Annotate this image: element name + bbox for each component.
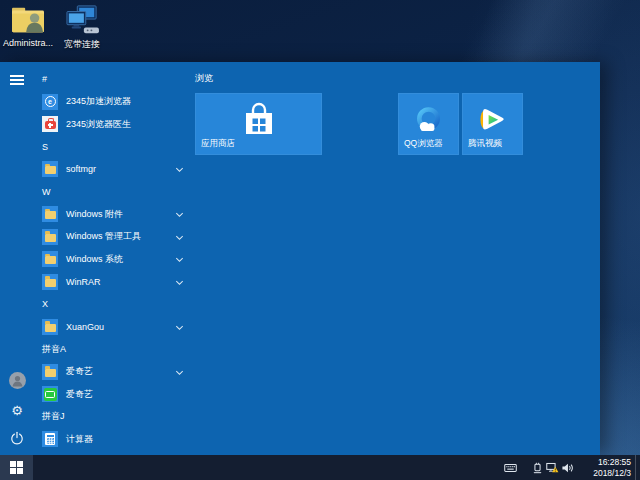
tile-group-label[interactable]: 浏览 <box>195 72 523 84</box>
tile-qq-browser[interactable]: QQ浏览器 <box>398 93 459 155</box>
desktop-icon-label: Administra... <box>3 38 53 48</box>
start-folder-item[interactable]: Windows 附件 <box>36 203 188 226</box>
desktop-icon-area: Administra... 宽带连接 <box>2 4 108 51</box>
start-button[interactable] <box>0 455 33 480</box>
clock-time: 16:28:55 <box>581 457 631 468</box>
chevron-down-icon[interactable] <box>175 233 183 241</box>
settings-gear-icon[interactable]: ⚙ <box>7 400 27 420</box>
show-desktop-button[interactable] <box>635 455 640 480</box>
start-menu: ⚙ # 2345加速浏览器 2345浏览器医生 S <box>0 62 600 455</box>
folder-icon <box>42 251 58 267</box>
user-folder-icon <box>9 4 47 36</box>
store-icon <box>239 102 279 138</box>
folder-icon <box>42 319 58 335</box>
broadband-connection-icon <box>63 4 101 36</box>
start-folder-item[interactable]: Windows 管理工具 <box>36 226 188 249</box>
2345-doctor-icon <box>42 116 58 132</box>
folder-icon <box>42 364 58 380</box>
tile-store[interactable]: 应用商店 <box>195 93 322 155</box>
folder-icon <box>42 161 58 177</box>
iqiyi-icon <box>42 386 58 402</box>
2345-browser-icon <box>42 94 58 110</box>
volume-icon[interactable] <box>560 455 575 480</box>
clock-date: 2018/12/3 <box>581 468 631 479</box>
usb-device-icon[interactable] <box>530 455 545 480</box>
chevron-down-icon[interactable] <box>175 323 183 331</box>
desktop-icon-administrator[interactable]: Administra... <box>2 4 54 51</box>
chevron-down-icon[interactable] <box>175 368 183 376</box>
start-folder-item[interactable]: XuanGou <box>36 316 188 339</box>
system-tray: 16:28:55 2018/12/3 <box>503 455 640 480</box>
start-list-header[interactable]: 拼音J <box>36 406 188 429</box>
touch-keyboard-icon[interactable] <box>503 455 518 480</box>
tencent-video-icon <box>477 105 508 136</box>
start-list-header[interactable]: W <box>36 181 188 204</box>
tile-label: 腾讯视频 <box>468 138 502 150</box>
folder-icon <box>42 274 58 290</box>
start-folder-item[interactable]: WinRAR <box>36 271 188 294</box>
tile-tencent-video[interactable]: 腾讯视频 <box>462 93 523 155</box>
desktop-icon-label: 宽带连接 <box>64 38 100 51</box>
tile-label: 应用商店 <box>201 138 235 150</box>
chevron-down-icon[interactable] <box>175 278 183 286</box>
tile-area: 浏览 应用商店 <box>195 72 523 155</box>
tile-label: QQ浏览器 <box>404 138 443 150</box>
chevron-down-icon[interactable] <box>175 165 183 173</box>
start-app-item[interactable]: 2345浏览器医生 <box>36 113 188 136</box>
calculator-icon <box>42 431 58 447</box>
taskbar-clock[interactable]: 16:28:55 2018/12/3 <box>575 457 635 478</box>
desktop-icon-broadband[interactable]: 宽带连接 <box>56 4 108 51</box>
start-list-header[interactable]: # <box>36 68 188 91</box>
start-app-item[interactable]: 爱奇艺 <box>36 383 188 406</box>
qq-browser-icon <box>412 104 445 137</box>
user-avatar-icon[interactable] <box>7 370 27 390</box>
hamburger-menu-icon[interactable] <box>10 75 24 85</box>
start-folder-item[interactable]: softmgr <box>36 158 188 181</box>
power-icon[interactable] <box>7 428 27 448</box>
start-menu-rail: ⚙ <box>0 62 34 455</box>
folder-icon <box>42 206 58 222</box>
start-folder-item[interactable]: 爱奇艺 <box>36 361 188 384</box>
start-list-header[interactable]: S <box>36 136 188 159</box>
start-list-header[interactable]: 拼音A <box>36 338 188 361</box>
start-app-list: # 2345加速浏览器 2345浏览器医生 S softmgr W Window… <box>36 68 188 451</box>
folder-icon <box>42 229 58 245</box>
chevron-down-icon[interactable] <box>175 255 183 263</box>
network-warning-icon[interactable] <box>545 455 560 480</box>
start-app-item[interactable]: 2345加速浏览器 <box>36 91 188 114</box>
taskbar: 16:28:55 2018/12/3 <box>0 455 640 480</box>
start-list-header[interactable]: X <box>36 293 188 316</box>
windows-logo-icon <box>10 461 23 474</box>
screen: Administra... 宽带连接 <box>0 0 640 480</box>
chevron-down-icon[interactable] <box>175 210 183 218</box>
start-app-item[interactable]: 计算器 <box>36 428 188 451</box>
start-folder-item[interactable]: Windows 系统 <box>36 248 188 271</box>
